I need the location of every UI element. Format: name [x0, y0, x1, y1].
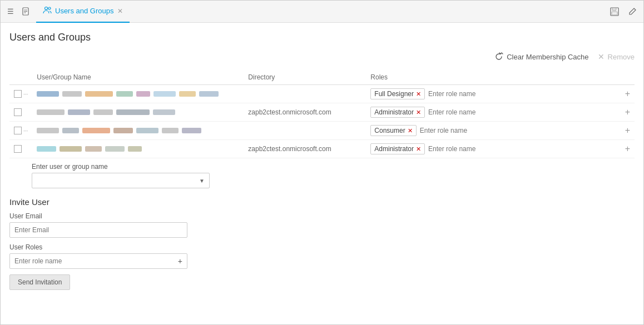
- user-group-dropdown[interactable]: [37, 177, 199, 184]
- invite-user-section: Invite User User Email User Roles + Send…: [9, 197, 635, 290]
- top-bar: ☰ Users and Groups ✕: [1, 1, 643, 23]
- toolbar-row: Clear Membership Cache ✕ Remove: [9, 52, 635, 66]
- row-dots: ···: [23, 128, 28, 134]
- users-table: User/Group Name Directory Roles ··· Full…: [9, 70, 635, 158]
- remove-role-icon[interactable]: ✕: [416, 146, 421, 153]
- role-name-input[interactable]: [428, 145, 512, 153]
- remove-role-icon[interactable]: ✕: [416, 109, 421, 116]
- row-checkbox[interactable]: [14, 127, 22, 134]
- roles-container: Administrator ✕ +: [370, 143, 630, 154]
- name-bar: [37, 91, 59, 97]
- roles-container: Full Designer ✕ +: [370, 88, 630, 99]
- name-bar: [162, 128, 179, 133]
- roles-field-group: User Roles +: [9, 243, 635, 269]
- add-role-button[interactable]: +: [625, 144, 630, 154]
- role-name-input[interactable]: [428, 108, 512, 116]
- name-bar: [85, 146, 102, 152]
- add-role-button[interactable]: +: [625, 126, 630, 136]
- roles-input-container[interactable]: +: [9, 253, 187, 269]
- tab-close-icon[interactable]: ✕: [117, 7, 123, 15]
- role-badge: Administrator ✕: [370, 107, 425, 118]
- directory-cell: [244, 85, 366, 103]
- save-icon[interactable]: [608, 5, 621, 18]
- remove-label: Remove: [608, 53, 635, 61]
- content-area: Users and Groups Clear Membership Cache …: [1, 23, 643, 324]
- name-bar: [62, 91, 82, 97]
- roles-container: Administrator ✕ +: [370, 107, 630, 118]
- role-name: Administrator: [374, 108, 414, 116]
- row-checkbox[interactable]: [14, 108, 22, 116]
- name-bar: [116, 109, 150, 115]
- roles-cell: Full Designer ✕ +: [366, 85, 635, 103]
- user-name-bars: [37, 128, 239, 133]
- svg-point-4: [45, 7, 48, 10]
- name-bar: [182, 128, 201, 133]
- tab-label: Users and Groups: [55, 7, 114, 15]
- row-checkbox[interactable]: [14, 145, 22, 153]
- user-group-label: Enter user or group name: [32, 163, 635, 171]
- svg-rect-7: [612, 8, 616, 11]
- user-name-bars: [37, 146, 239, 152]
- name-bar: [60, 146, 82, 152]
- name-bar: [37, 109, 65, 115]
- clear-cache-label: Clear Membership Cache: [507, 53, 588, 61]
- roles-input[interactable]: [14, 257, 178, 265]
- app-container: ☰ Users and Groups ✕: [0, 0, 644, 325]
- directory-cell: zapb2ctest.onmicrosoft.com: [244, 140, 366, 158]
- menu-icon[interactable]: ☰: [5, 6, 16, 17]
- clear-cache-button[interactable]: Clear Membership Cache: [494, 52, 588, 61]
- svg-rect-8: [612, 12, 617, 15]
- col-check-header: [9, 70, 32, 85]
- col-roles-header: Roles: [366, 70, 635, 85]
- role-name-input[interactable]: [420, 127, 503, 134]
- role-name: Consumer: [374, 127, 405, 134]
- name-bar: [199, 91, 219, 97]
- table-row: ··· Consumer ✕ +: [9, 122, 635, 140]
- page-title: Users and Groups: [9, 32, 635, 43]
- directory-cell: zapb2ctest.onmicrosoft.com: [244, 103, 366, 122]
- invite-title: Invite User: [9, 197, 635, 207]
- name-bar: [136, 128, 158, 133]
- dropdown-arrow-icon: ▼: [199, 178, 205, 184]
- roles-cell: Administrator ✕ +: [366, 140, 635, 158]
- user-name-bars: [37, 91, 239, 97]
- user-name-bars: [37, 109, 239, 115]
- role-name-input[interactable]: [428, 90, 512, 98]
- name-bar: [153, 91, 176, 97]
- email-field-group: User Email: [9, 212, 635, 238]
- top-bar-actions: [608, 5, 639, 18]
- col-directory-header: Directory: [244, 70, 366, 85]
- svg-point-5: [48, 7, 51, 9]
- refresh-icon: [494, 52, 503, 61]
- name-bar: [62, 128, 79, 133]
- send-invitation-button[interactable]: Send Invitation: [9, 274, 70, 290]
- name-bar: [153, 109, 175, 115]
- add-user-group-section: Enter user or group name ▼: [9, 158, 635, 188]
- email-input[interactable]: [9, 222, 187, 238]
- name-bar: [37, 146, 56, 152]
- table-row: zapb2ctest.onmicrosoft.com Administrator…: [9, 140, 635, 158]
- add-role-button[interactable]: +: [625, 107, 630, 117]
- remove-x-icon: ✕: [598, 52, 605, 61]
- remove-button[interactable]: ✕ Remove: [598, 52, 635, 61]
- role-name: Full Designer: [374, 90, 414, 98]
- row-checkbox[interactable]: [14, 90, 22, 98]
- remove-role-icon[interactable]: ✕: [408, 127, 413, 134]
- user-group-select[interactable]: ▼: [32, 173, 210, 188]
- add-role-button[interactable]: +: [625, 89, 630, 99]
- name-bar: [82, 128, 110, 133]
- email-label: User Email: [9, 212, 635, 220]
- name-bar: [68, 109, 90, 115]
- role-name: Administrator: [374, 145, 414, 153]
- name-bar: [128, 146, 142, 152]
- add-role-icon[interactable]: +: [178, 257, 182, 266]
- name-bar: [93, 109, 113, 115]
- role-badge: Consumer ✕: [370, 125, 416, 136]
- file-icon[interactable]: [21, 6, 32, 17]
- tab-users-icon: [43, 6, 52, 16]
- users-groups-tab[interactable]: Users and Groups ✕: [36, 1, 130, 23]
- name-bar: [113, 128, 133, 133]
- role-badge: Administrator ✕: [370, 143, 425, 154]
- edit-icon[interactable]: [626, 5, 639, 18]
- remove-role-icon[interactable]: ✕: [416, 91, 421, 98]
